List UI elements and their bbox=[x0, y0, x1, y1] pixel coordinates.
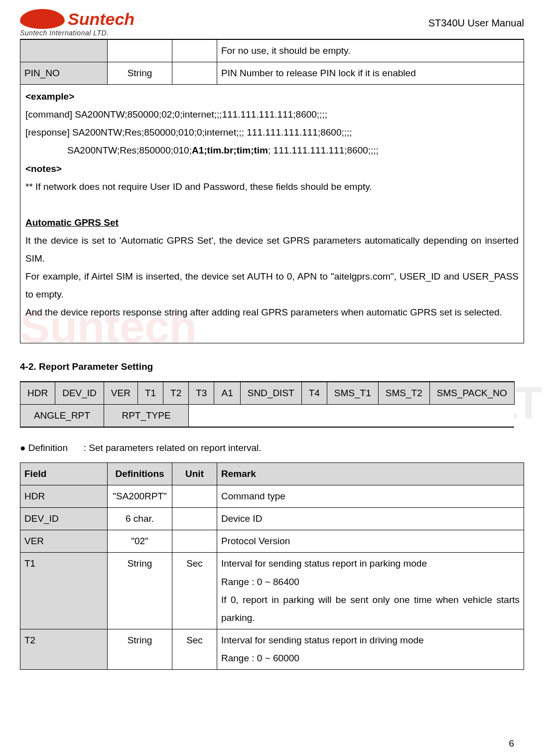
page-header: Suntech Suntech International LTD. ST340… bbox=[20, 9, 524, 39]
def-cell: "SA200RPT" bbox=[108, 485, 172, 508]
field-cell: T1 bbox=[20, 553, 108, 629]
auto-gprs-p2: For example, if Airtel SIM is inserted, … bbox=[25, 268, 519, 303]
hdr-remark: Remark bbox=[221, 468, 256, 479]
struct-cell: T4 bbox=[301, 382, 327, 405]
remark-cell: Device ID bbox=[217, 508, 524, 530]
struct-cell: SMS_T2 bbox=[378, 382, 429, 405]
hdr-field: Field bbox=[24, 468, 46, 479]
table-row: T1 String Sec Interval for sending statu… bbox=[20, 553, 524, 629]
example-command: [command] SA200NTW;850000;02;0;internet;… bbox=[25, 106, 519, 124]
field-cell: VER bbox=[20, 530, 108, 553]
unit-cell: Sec bbox=[172, 553, 217, 629]
hdr-definitions: Definitions bbox=[115, 468, 164, 479]
definition-text: : Set parameters related on report inter… bbox=[84, 443, 262, 453]
struct-cell: SND_DIST bbox=[240, 382, 301, 405]
definition-label: ● Definition bbox=[20, 443, 68, 453]
notes-body: ** If network does not require User ID a… bbox=[25, 178, 519, 196]
remark-cell: Protocol Version bbox=[217, 530, 524, 553]
unit-cell: Sec bbox=[172, 629, 217, 669]
struct-cell: RPT_TYPE bbox=[104, 404, 188, 427]
struct-cell: HDR bbox=[20, 382, 55, 405]
struct-cell: SMS_T1 bbox=[327, 382, 378, 405]
struct-cell: ANGLE_RPT bbox=[20, 404, 104, 427]
field-cell bbox=[20, 40, 108, 62]
logo-swoosh-icon bbox=[20, 9, 65, 29]
struct-cell: VER bbox=[104, 382, 137, 405]
struct-row-1: HDR DEV_ID VER T1 T2 T3 A1 SND_DIST T4 S… bbox=[20, 382, 515, 405]
def-cell: String bbox=[108, 629, 172, 669]
unit-cell bbox=[172, 40, 217, 62]
unit-cell bbox=[172, 530, 217, 553]
struct-cell: A1 bbox=[214, 382, 240, 405]
struct-cell: SMS_PACK_NO bbox=[429, 382, 514, 405]
example-title: <example> bbox=[25, 91, 74, 102]
auto-gprs-p1: It the device is set to 'Automatic GPRS … bbox=[25, 232, 519, 268]
param-note-table: For no use, it should be empty. PIN_NO S… bbox=[20, 39, 524, 343]
unit-cell bbox=[172, 508, 217, 530]
section-4-2-title: 4-2. Report Parameter Setting bbox=[20, 361, 524, 372]
table-row: PIN_NO String PIN Number to release PIN … bbox=[20, 62, 524, 85]
def-cell: String bbox=[108, 62, 172, 85]
unit-cell bbox=[172, 62, 217, 85]
table-row: DEV_ID 6 char. Device ID bbox=[20, 508, 524, 530]
struct-cell: DEV_ID bbox=[55, 382, 104, 405]
remark-cell: PIN Number to release PIN lock if it is … bbox=[217, 62, 524, 85]
example-response-1: [response] SA200NTW;Res;850000;010;0;int… bbox=[25, 124, 519, 142]
def-header-row: Field Definitions Unit Remark bbox=[20, 463, 524, 485]
logo-subtitle: Suntech International LTD. bbox=[20, 29, 135, 37]
notes-title: <notes> bbox=[25, 163, 62, 174]
table-row: For no use, it should be empty. bbox=[20, 40, 524, 62]
field-cell: HDR bbox=[20, 485, 108, 508]
definition-table: Field Definitions Unit Remark HDR "SA200… bbox=[20, 462, 524, 670]
def-cell bbox=[108, 40, 172, 62]
remark-cell: Command type bbox=[217, 485, 524, 508]
field-cell: T2 bbox=[20, 629, 108, 669]
doc-title: ST340U User Manual bbox=[428, 17, 524, 29]
example-response-2: SA200NTW;Res;850000;010;A1;tim.br;tim;ti… bbox=[25, 142, 519, 159]
example-cell: <example> [command] SA200NTW;850000;02;0… bbox=[20, 85, 524, 343]
logo-brand-text: Suntech bbox=[68, 9, 135, 29]
example-row: <example> [command] SA200NTW;850000;02;0… bbox=[20, 85, 524, 343]
table-row: HDR "SA200RPT" Command type bbox=[20, 485, 524, 508]
def-cell: "02" bbox=[108, 530, 172, 553]
hdr-unit: Unit bbox=[185, 468, 204, 479]
table-row: VER "02" Protocol Version bbox=[20, 530, 524, 553]
definition-line: ● Definition : Set parameters related on… bbox=[20, 443, 524, 454]
logo: Suntech Suntech International LTD. bbox=[20, 9, 135, 37]
remark-cell: Interval for sending status report in dr… bbox=[217, 629, 524, 669]
auto-gprs-p3: And the device reports response string a… bbox=[25, 303, 519, 321]
struct-table: HDR DEV_ID VER T1 T2 T3 A1 SND_DIST T4 S… bbox=[20, 381, 515, 428]
def-cell: 6 char. bbox=[108, 508, 172, 530]
unit-cell bbox=[172, 485, 217, 508]
field-cell: DEV_ID bbox=[20, 508, 108, 530]
struct-cell: T3 bbox=[189, 382, 214, 405]
struct-cell: T1 bbox=[137, 382, 163, 405]
field-cell: PIN_NO bbox=[20, 62, 108, 85]
page-number: 6 bbox=[509, 738, 514, 749]
struct-row-2: ANGLE_RPT RPT_TYPE bbox=[20, 404, 515, 427]
auto-gprs-title: Automatic GPRS Set bbox=[25, 217, 119, 228]
remark-cell: Interval for sending status report in pa… bbox=[217, 553, 524, 629]
table-row: T2 String Sec Interval for sending statu… bbox=[20, 629, 524, 669]
remark-cell: For no use, it should be empty. bbox=[217, 40, 524, 62]
struct-cell: T2 bbox=[163, 382, 189, 405]
def-cell: String bbox=[108, 553, 172, 629]
